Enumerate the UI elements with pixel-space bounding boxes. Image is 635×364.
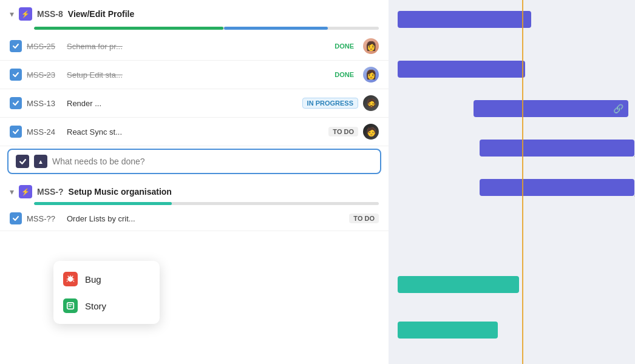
- dropdown-item-story-label: Story: [85, 301, 106, 311]
- task-name: React Sync st...: [67, 127, 324, 136]
- task-checkbox[interactable]: [10, 126, 22, 138]
- story1-chevron[interactable]: ▾: [10, 9, 14, 19]
- gantt-bar-4: [480, 140, 634, 157]
- input-checkbox-icon[interactable]: [16, 155, 29, 168]
- avatar: 🧔: [363, 95, 379, 111]
- link-icon: 🔗: [613, 104, 623, 113]
- story1-progress-bar: [34, 27, 379, 30]
- new-task-input[interactable]: [52, 157, 373, 166]
- story1-title: View/Edit Profile: [68, 9, 134, 19]
- svg-rect-8: [67, 303, 74, 309]
- gantt-bar-2: [398, 61, 525, 78]
- input-type-chevron[interactable]: ▲: [34, 155, 47, 168]
- story2-header: ▾ ⚡ MSS-? Setup Music organisation: [0, 179, 389, 201]
- story2-progress-bar: [34, 202, 379, 205]
- dropdown-item-bug-label: Bug: [85, 274, 101, 285]
- bug-icon: [63, 272, 78, 286]
- task-id: MSS-13: [27, 99, 62, 108]
- type-dropdown-menu: Bug Story: [53, 261, 160, 324]
- gantt-bar-5: [480, 179, 634, 196]
- status-badge: IN PROGRESS: [302, 98, 358, 109]
- status-badge: TO DO: [349, 214, 379, 223]
- status-badge: DONE: [330, 70, 358, 79]
- gantt-bar-7: [398, 322, 498, 339]
- gantt-panel: 🔗: [389, 0, 635, 364]
- status-badge: DONE: [330, 41, 358, 51]
- new-task-input-row[interactable]: ▲: [7, 149, 381, 174]
- avatar: 👩: [363, 67, 379, 83]
- task-row: MSS-23 Setup Edit sta... DONE 👩: [0, 61, 389, 89]
- task-row: MSS-25 Schema for pr... DONE 👩: [0, 32, 389, 61]
- story2-icon: ⚡: [19, 185, 32, 198]
- task-name: Setup Edit sta...: [67, 70, 325, 79]
- story1-icon: ⚡: [19, 7, 32, 21]
- story2-chevron[interactable]: ▾: [10, 187, 14, 197]
- story2-title: Setup Music organisation: [69, 187, 172, 197]
- gantt-bar-6: [398, 276, 519, 293]
- gantt-timeline-line: [522, 0, 523, 364]
- story1-header: ▾ ⚡ MSS-8 View/Edit Profile: [0, 0, 389, 24]
- task-name: Schema for pr...: [67, 42, 325, 51]
- svg-line-2: [68, 276, 69, 277]
- task-name: Order Lists by crit...: [67, 214, 344, 223]
- gantt-bar-1: [398, 11, 531, 28]
- svg-line-3: [72, 276, 73, 277]
- story-icon: [63, 298, 78, 313]
- task-id: MSS-??: [27, 214, 62, 223]
- avatar: 👩: [363, 38, 379, 54]
- story1-id: MSS-8: [37, 9, 63, 19]
- task-checkbox[interactable]: [10, 97, 22, 109]
- task-row: MSS-24 React Sync st... TO DO 🧑: [0, 118, 389, 146]
- task-checkbox[interactable]: [10, 212, 22, 224]
- svg-line-6: [67, 281, 68, 282]
- dropdown-item-bug[interactable]: Bug: [53, 266, 160, 292]
- task-row: MSS-13 Render ... IN PROGRESS 🧔: [0, 89, 389, 118]
- dropdown-item-story[interactable]: Story: [53, 292, 160, 319]
- task-name: Render ...: [67, 99, 297, 108]
- gantt-bar-3: 🔗: [474, 100, 628, 117]
- left-panel: ▾ ⚡ MSS-8 View/Edit Profile MSS-25 Schem…: [0, 0, 389, 364]
- task-id: MSS-24: [27, 127, 62, 136]
- task-row: MSS-?? Order Lists by crit... TO DO: [0, 206, 389, 231]
- avatar: 🧑: [363, 124, 379, 140]
- task-id: MSS-23: [27, 70, 62, 79]
- task-checkbox[interactable]: [10, 69, 22, 81]
- task-checkbox[interactable]: [10, 40, 22, 52]
- story2-id: MSS-?: [37, 187, 64, 197]
- svg-line-7: [73, 281, 74, 282]
- task-id: MSS-25: [27, 42, 62, 51]
- status-badge: TO DO: [328, 127, 358, 136]
